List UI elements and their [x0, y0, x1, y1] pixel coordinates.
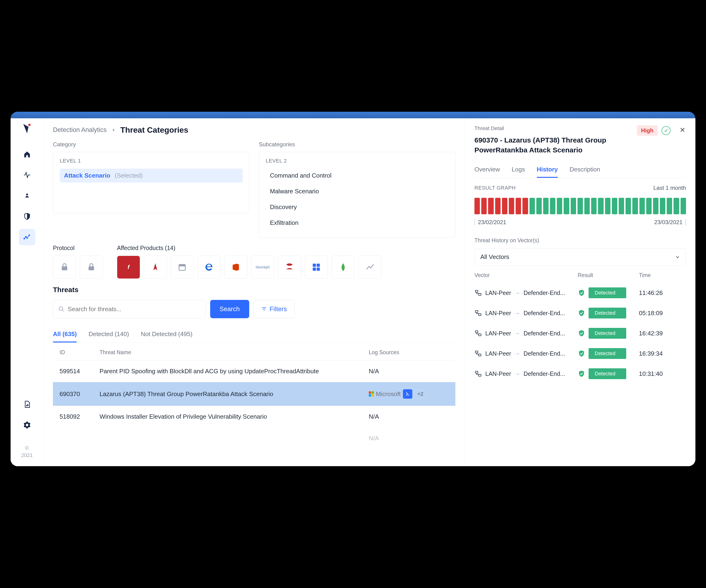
sidebar-bottom: © 2021 — [19, 396, 35, 466]
chevron-right-icon — [111, 126, 116, 134]
result-bar — [522, 198, 528, 214]
product-card-silverlight[interactable]: Silverlight — [251, 256, 274, 279]
history-row[interactable]: LAN-Peer → Defender-End... Detected 11:4… — [474, 283, 686, 303]
product-card-windows[interactable] — [305, 256, 328, 279]
result-graph-header: RESULT GRAPH Last 1 month — [474, 185, 686, 191]
history-row[interactable]: LAN-Peer → Defender-End... Detected 16:4… — [474, 323, 686, 343]
result-bar — [584, 198, 590, 214]
shield-check-icon — [578, 370, 585, 378]
tab-logs[interactable]: Logs — [512, 162, 525, 178]
history-row[interactable]: LAN-Peer → Defender-End... Detected 05:1… — [474, 303, 686, 323]
arrow-icon: → — [514, 330, 520, 337]
windows-icon — [369, 391, 374, 396]
table-row[interactable]: 690370 Lazarus (APT38) Threat Group Powe… — [53, 382, 455, 406]
filters-button[interactable]: Filters — [253, 300, 295, 318]
sidebar-item-reports[interactable] — [19, 396, 35, 413]
vectors-select[interactable]: All Vectors — [474, 248, 686, 265]
table-head: ID Threat Name Log Sources — [53, 343, 455, 360]
close-icon[interactable] — [679, 126, 686, 135]
tab-all[interactable]: All (635) — [53, 327, 77, 342]
result-bar — [632, 198, 638, 214]
col-id: ID — [60, 349, 100, 355]
result-bar — [598, 198, 603, 214]
level-label: LEVEL 1 — [60, 158, 243, 164]
detail-panel: Threat Detail 690370 - Lazarus (APT38) T… — [465, 118, 695, 466]
threats-title: Threats — [53, 286, 455, 294]
svg-rect-11 — [317, 264, 320, 267]
result-bar — [474, 198, 480, 214]
tab-detected[interactable]: Detected (140) — [88, 327, 129, 342]
product-card-more[interactable] — [358, 256, 382, 279]
product-card-ie[interactable] — [197, 256, 221, 279]
vector-from: LAN-Peer — [485, 370, 511, 377]
tab-description[interactable]: Description — [570, 162, 600, 178]
time-cell: 11:46:26 — [639, 289, 686, 297]
shield-check-icon — [578, 350, 585, 357]
product-card-sqlserver[interactable] — [278, 256, 301, 279]
svg-rect-12 — [313, 268, 316, 271]
svg-rect-23 — [475, 371, 478, 373]
history-row[interactable]: LAN-Peer → Defender-End... Detected 16:3… — [474, 343, 686, 364]
detail-heading: Threat Detail 690370 - Lazarus (APT38) T… — [474, 125, 637, 155]
sidebar-item-health[interactable] — [19, 167, 35, 183]
result-bar — [673, 198, 679, 214]
history-head: Vector Result Time — [474, 265, 686, 283]
table-row[interactable]: 599514 Parent PID Spoofing with BlockDll… — [53, 360, 455, 382]
protocol-section: Protocol — [53, 245, 103, 279]
sidebar-item-security[interactable] — [19, 208, 35, 224]
table-row[interactable]: 518092 Windows Installer Elevation of Pr… — [53, 406, 455, 427]
app-window: © 2021 Detection Analytics Threat Catego… — [10, 112, 695, 466]
tab-not-detected[interactable]: Not Detected (495) — [141, 327, 193, 342]
result-graph-range[interactable]: Last 1 month — [653, 185, 686, 191]
sidebar-item-settings[interactable] — [19, 417, 35, 433]
arrow-icon: → — [514, 310, 520, 317]
svg-point-3 — [25, 237, 26, 237]
col-name: Threat Name — [100, 349, 369, 355]
result-bar — [619, 198, 624, 214]
table-row[interactable]: N/A — [53, 427, 455, 449]
sidebar-item-threats[interactable] — [19, 187, 35, 204]
result-graph-dates: 23/02/2021 23/03/2021 — [474, 219, 686, 225]
tab-overview[interactable]: Overview — [474, 162, 500, 178]
history-row[interactable]: LAN-Peer → Defender-End... Detected 10:3… — [474, 364, 686, 384]
search-button[interactable]: Search — [210, 300, 249, 318]
product-card-acrobat[interactable] — [144, 256, 167, 279]
search-input[interactable] — [68, 305, 200, 313]
cell-id: 690370 — [60, 390, 100, 398]
network-icon — [474, 330, 482, 337]
sidebar-item-home[interactable] — [19, 146, 35, 163]
product-card-calendar[interactable] — [170, 256, 194, 279]
product-card-office[interactable] — [224, 256, 247, 279]
svg-point-14 — [59, 307, 63, 310]
arrow-icon: → — [514, 370, 520, 377]
result-bar — [571, 198, 576, 214]
category-item-attack-scenario[interactable]: Attack Scenario (Selected) — [60, 169, 243, 182]
page-title: Threat Categories — [120, 125, 188, 134]
vector-to: Defender-End... — [524, 310, 565, 317]
result-bar — [578, 198, 583, 214]
subcategory-item[interactable]: Exfiltration — [266, 216, 448, 230]
result-bar — [557, 198, 562, 214]
search-box[interactable] — [53, 300, 206, 318]
sidebar-item-analytics[interactable] — [19, 229, 35, 245]
protocol-card[interactable] — [80, 256, 103, 279]
result-graph-bars — [474, 198, 686, 214]
product-card-flash[interactable]: f — [117, 256, 140, 279]
result-badge: Detected — [589, 287, 626, 298]
date-end: 23/03/2021 — [654, 219, 686, 225]
filter-row: Protocol Affected Products (14) f — [53, 245, 455, 279]
protocol-card[interactable] — [53, 256, 76, 279]
time-cell: 16:39:34 — [639, 350, 686, 357]
result-graph-label: RESULT GRAPH — [474, 185, 516, 191]
subcategory-item[interactable]: Discovery — [266, 200, 448, 214]
subcategory-item[interactable]: Malware Scenario — [266, 184, 448, 198]
result-bar — [612, 198, 617, 214]
result-bar — [516, 198, 521, 214]
subcategory-item[interactable]: Command and Control — [266, 169, 448, 182]
protocol-label: Protocol — [53, 245, 103, 251]
vector-to: Defender-End... — [524, 330, 565, 337]
breadcrumb-parent[interactable]: Detection Analytics — [53, 126, 107, 134]
cell-src: N/A — [369, 435, 449, 442]
product-card-mongodb[interactable] — [331, 256, 355, 279]
tab-history[interactable]: History — [537, 162, 558, 178]
